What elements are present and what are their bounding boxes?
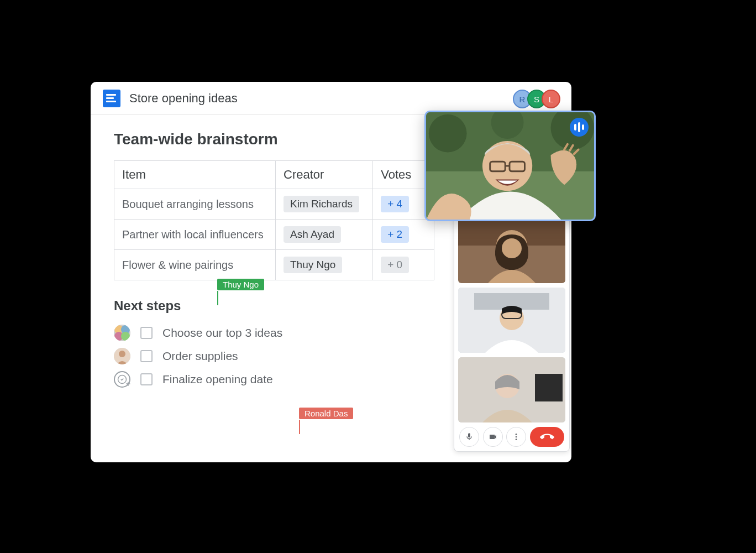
- table-row: Partner with local influencers Ash Ayad …: [114, 220, 434, 250]
- checklist-label: Finalize opening date: [162, 373, 273, 386]
- table-header-row: Item Creator Votes: [114, 161, 434, 189]
- document-title[interactable]: Store opening ideas: [129, 91, 238, 106]
- checkbox[interactable]: [140, 327, 153, 339]
- creator-chip[interactable]: Thuy Ngo: [284, 257, 342, 273]
- titlebar: Store opening ideas R S L: [91, 82, 571, 115]
- svg-point-5: [119, 351, 125, 357]
- checklist-label: Order supplies: [162, 349, 238, 363]
- checkbox[interactable]: [140, 350, 153, 362]
- call-controls: [458, 427, 565, 448]
- assignee-avatar[interactable]: [114, 325, 130, 341]
- hangup-button[interactable]: [530, 427, 564, 447]
- item-cell: Flower & wine pairings: [114, 250, 276, 280]
- item-cell: Bouquet arranging lessons: [114, 189, 276, 220]
- ideas-table: Item Creator Votes Bouquet arranging les…: [114, 160, 434, 280]
- assignee-avatar[interactable]: [114, 348, 130, 364]
- col-creator: Creator: [276, 161, 373, 189]
- participant-thumbnail[interactable]: [458, 218, 565, 283]
- video-call-panel: [454, 213, 570, 452]
- collaborator-cursor: [217, 291, 218, 305]
- svg-point-19: [516, 436, 517, 438]
- docs-app-icon[interactable]: [103, 90, 120, 107]
- svg-point-20: [516, 439, 517, 440]
- item-cell: Partner with local influencers: [114, 220, 276, 250]
- collaborator-cursor-label: Thuy Ngo: [217, 279, 264, 290]
- creator-cell: Ash Ayad: [276, 220, 373, 250]
- mic-button[interactable]: [459, 427, 479, 447]
- vote-chip[interactable]: + 2: [381, 226, 409, 243]
- votes-cell: + 0: [373, 250, 434, 280]
- vote-chip[interactable]: + 4: [381, 196, 409, 212]
- active-speaker-tile[interactable]: [424, 111, 596, 221]
- creator-cell: Kim Richards: [276, 189, 373, 220]
- assign-icon[interactable]: +: [114, 371, 130, 388]
- table-row: Bouquet arranging lessons Kim Richards +…: [114, 189, 434, 220]
- svg-point-10: [502, 238, 522, 258]
- creator-chip[interactable]: Kim Richards: [284, 196, 359, 212]
- collaborator-cursor-label: Ronald Das: [299, 408, 353, 419]
- svg-rect-16: [535, 374, 563, 401]
- checklist-label: Choose our top 3 ideas: [162, 326, 282, 340]
- vote-chip[interactable]: + 0: [381, 257, 409, 273]
- svg-point-23: [429, 114, 467, 153]
- svg-point-18: [516, 434, 517, 435]
- more-options-button[interactable]: [506, 427, 526, 447]
- collaborator-avatar[interactable]: L: [542, 90, 560, 108]
- speaking-indicator-icon: [570, 118, 589, 137]
- col-item: Item: [114, 161, 276, 189]
- checkbox[interactable]: [140, 373, 153, 385]
- creator-cell: Thuy Ngo: [276, 250, 373, 280]
- table-row: Flower & wine pairings Thuy Ngo + 0: [114, 250, 434, 280]
- collaborator-avatars: R S L: [517, 90, 560, 108]
- votes-cell: + 2: [373, 220, 434, 250]
- camera-button[interactable]: [483, 427, 503, 447]
- creator-chip[interactable]: Ash Ayad: [284, 226, 341, 243]
- svg-point-3: [121, 332, 130, 341]
- collaborator-cursor: [299, 420, 300, 434]
- participant-thumbnail[interactable]: [458, 288, 565, 353]
- participant-thumbnail[interactable]: [458, 357, 565, 422]
